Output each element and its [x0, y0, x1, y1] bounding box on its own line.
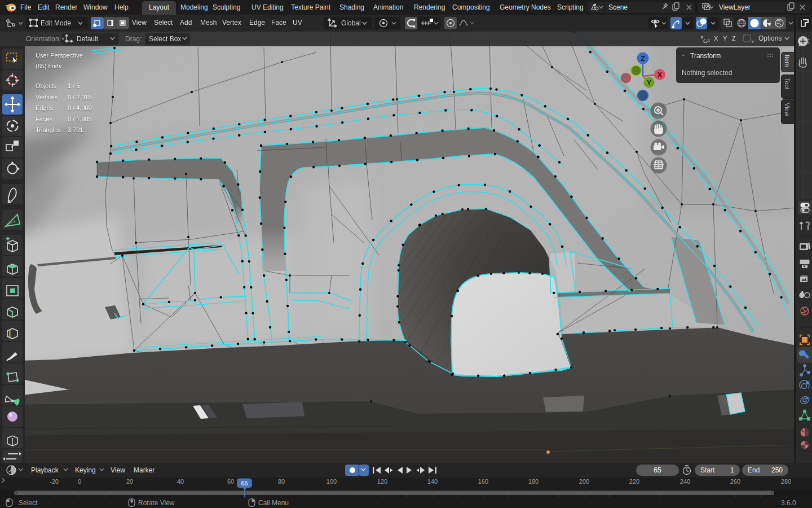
- svg-text:220: 220: [629, 478, 639, 485]
- svg-text:160: 160: [478, 478, 488, 485]
- svg-text:Z: Z: [641, 55, 645, 63]
- svg-text:Y: Y: [647, 79, 651, 87]
- svg-text:250: 250: [771, 466, 783, 474]
- svg-text:140: 140: [427, 478, 438, 485]
- svg-text:280: 280: [781, 478, 791, 485]
- svg-text:X: X: [657, 71, 662, 79]
- svg-text:40: 40: [177, 478, 184, 485]
- svg-text:0: 0: [78, 478, 81, 485]
- svg-text:Scene: Scene: [608, 3, 628, 11]
- svg-text:240: 240: [680, 478, 690, 485]
- svg-text:Z: Z: [732, 35, 736, 42]
- svg-text:60: 60: [227, 478, 234, 485]
- svg-text:120: 120: [377, 478, 387, 485]
- svg-text:1: 1: [730, 466, 734, 474]
- svg-text:260: 260: [730, 478, 740, 485]
- svg-text:End: End: [748, 466, 760, 474]
- svg-text:Start: Start: [700, 466, 715, 474]
- svg-text:Y: Y: [723, 35, 727, 42]
- svg-text:200: 200: [579, 478, 589, 485]
- svg-text:3: 3: [707, 38, 710, 43]
- svg-text:65: 65: [241, 480, 248, 487]
- svg-text:65: 65: [654, 466, 661, 474]
- svg-text:-20: -20: [50, 478, 59, 485]
- svg-text:180: 180: [528, 478, 539, 485]
- svg-text:80: 80: [278, 478, 285, 485]
- svg-text:100: 100: [326, 478, 337, 485]
- svg-text:Options: Options: [758, 34, 782, 42]
- svg-text:20: 20: [126, 478, 133, 485]
- svg-text:X: X: [714, 35, 718, 42]
- svg-text:ViewLayer: ViewLayer: [719, 3, 751, 11]
